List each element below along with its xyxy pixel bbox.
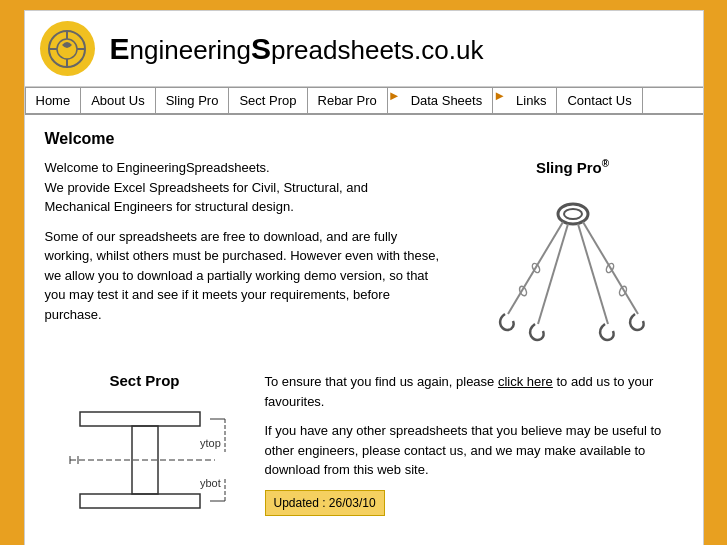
nav-arrow-2: ► [493,88,506,113]
logo [40,21,95,76]
nav-bar: Home About Us Sling Pro Sect Prop Rebar … [25,87,703,115]
click-here-link[interactable]: click here [498,374,553,389]
title-E: E [110,32,130,65]
nav-home[interactable]: Home [25,88,82,113]
site-title: EngineeringSpreadsheets.co.uk [110,32,484,66]
sect-prop-label: Sect Prop [45,372,245,389]
sling-pro-image [473,184,673,354]
svg-point-7 [564,209,582,219]
nav-sect-prop[interactable]: Sect Prop [229,88,307,113]
left-column: Welcome to EngineeringSpreadsheets. We p… [45,158,443,357]
nav-sling-pro[interactable]: Sling Pro [156,88,230,113]
page-container: EngineeringSpreadsheets.co.uk Home About… [24,10,704,545]
nav-links[interactable]: Links [506,88,557,113]
svg-point-6 [558,204,588,224]
title-ngineering: ngineering [130,35,251,65]
contact-text: If you have any other spreadsheets that … [265,421,683,480]
svg-rect-16 [80,412,200,426]
content-layout: Welcome to EngineeringSpreadsheets. We p… [45,158,683,357]
svg-text:ytop: ytop [200,437,221,449]
right-text-column: To ensure that you find us again, please… [265,372,683,530]
title-S: S [251,32,271,65]
sect-prop-section: Sect Prop ytop [45,372,245,530]
nav-arrow-1: ► [388,88,401,113]
nav-about-us[interactable]: About Us [81,88,155,113]
svg-rect-18 [80,494,200,508]
sling-pro-label: Sling Pro® [463,158,683,176]
sect-prop-image: ytop ybot [50,397,240,527]
welcome-title: Welcome [45,130,683,148]
updated-badge: Updated : 26/03/10 [265,490,385,516]
favourites-text: To ensure that you find us again, please… [265,372,683,411]
bottom-layout: Sect Prop ytop [45,372,683,530]
svg-text:ybot: ybot [200,477,221,489]
title-preadsheets: preadsheets.co.uk [271,35,483,65]
right-column-sling: Sling Pro® [463,158,683,357]
intro-text-1: Welcome to EngineeringSpreadsheets. We p… [45,158,443,217]
outer-background: EngineeringSpreadsheets.co.uk Home About… [0,0,727,545]
nav-contact-us[interactable]: Contact Us [557,88,642,113]
nav-rebar-pro[interactable]: Rebar Pro [308,88,388,113]
site-header: EngineeringSpreadsheets.co.uk [25,11,703,87]
intro-text-2: Some of our spreadsheets are free to dow… [45,227,443,325]
sling-pro-sup: ® [602,158,609,169]
nav-data-sheets[interactable]: Data Sheets [401,88,494,113]
main-content: Welcome Welcome to EngineeringSpreadshee… [25,115,703,545]
